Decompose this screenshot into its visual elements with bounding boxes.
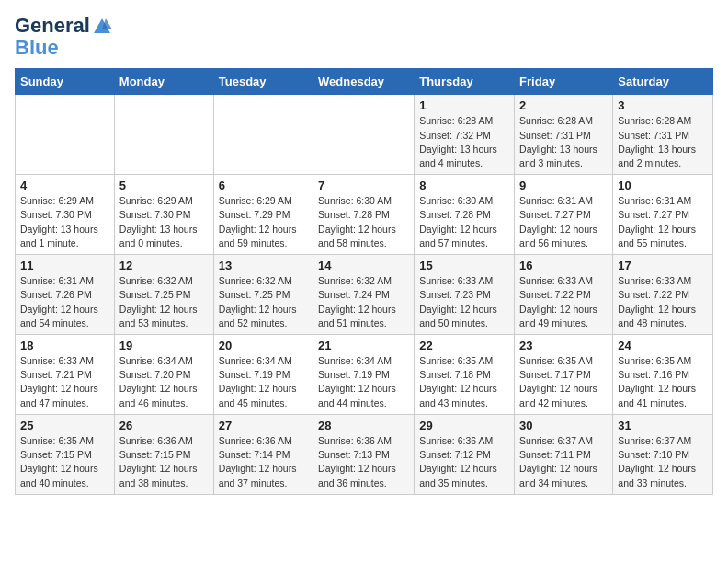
calendar-cell <box>114 95 213 175</box>
day-number: 31 <box>618 419 708 432</box>
calendar-cell: 24Sunrise: 6:35 AM Sunset: 7:16 PM Dayli… <box>613 335 713 415</box>
calendar-cell: 16Sunrise: 6:33 AM Sunset: 7:22 PM Dayli… <box>515 255 613 335</box>
day-number: 1 <box>419 98 509 112</box>
day-info: Sunrise: 6:34 AM Sunset: 7:19 PM Dayligh… <box>219 354 308 410</box>
logo-icon <box>92 17 112 37</box>
day-number: 22 <box>419 339 509 352</box>
calendar-cell: 27Sunrise: 6:36 AM Sunset: 7:14 PM Dayli… <box>213 414 313 494</box>
day-number: 5 <box>119 178 209 192</box>
calendar-cell: 17Sunrise: 6:33 AM Sunset: 7:22 PM Dayli… <box>613 255 713 335</box>
calendar-cell: 2Sunrise: 6:28 AM Sunset: 7:31 PM Daylig… <box>515 95 613 175</box>
calendar-cell: 3Sunrise: 6:28 AM Sunset: 7:31 PM Daylig… <box>613 95 713 175</box>
day-number: 4 <box>20 178 109 192</box>
calendar-cell: 19Sunrise: 6:34 AM Sunset: 7:20 PM Dayli… <box>114 335 213 415</box>
day-info: Sunrise: 6:36 AM Sunset: 7:15 PM Dayligh… <box>119 434 209 490</box>
calendar-cell: 22Sunrise: 6:35 AM Sunset: 7:18 PM Dayli… <box>415 335 515 415</box>
calendar-cell: 14Sunrise: 6:32 AM Sunset: 7:24 PM Dayli… <box>313 255 415 335</box>
calendar-cell: 26Sunrise: 6:36 AM Sunset: 7:15 PM Dayli… <box>114 414 213 494</box>
calendar-cell: 21Sunrise: 6:34 AM Sunset: 7:19 PM Dayli… <box>313 335 415 415</box>
day-info: Sunrise: 6:35 AM Sunset: 7:15 PM Dayligh… <box>20 434 109 490</box>
day-number: 15 <box>419 259 509 272</box>
day-number: 27 <box>219 419 308 432</box>
day-info: Sunrise: 6:37 AM Sunset: 7:11 PM Dayligh… <box>519 434 608 490</box>
day-info: Sunrise: 6:33 AM Sunset: 7:23 PM Dayligh… <box>419 274 509 330</box>
day-info: Sunrise: 6:29 AM Sunset: 7:30 PM Dayligh… <box>20 194 109 250</box>
calendar-cell <box>16 95 115 175</box>
day-number: 13 <box>219 259 308 272</box>
day-number: 25 <box>20 419 109 432</box>
calendar-cell: 13Sunrise: 6:32 AM Sunset: 7:25 PM Dayli… <box>213 255 313 335</box>
calendar-cell <box>313 95 415 175</box>
logo: General Blue <box>15 15 112 59</box>
day-number: 12 <box>119 259 209 272</box>
day-info: Sunrise: 6:32 AM Sunset: 7:24 PM Dayligh… <box>318 274 409 330</box>
day-info: Sunrise: 6:35 AM Sunset: 7:16 PM Dayligh… <box>618 354 708 410</box>
weekday-header-tuesday: Tuesday <box>213 69 313 95</box>
day-info: Sunrise: 6:34 AM Sunset: 7:20 PM Dayligh… <box>119 354 209 410</box>
day-number: 6 <box>219 178 308 192</box>
day-number: 28 <box>318 419 409 432</box>
day-number: 3 <box>618 98 708 112</box>
calendar-cell: 23Sunrise: 6:35 AM Sunset: 7:17 PM Dayli… <box>515 335 613 415</box>
calendar-cell: 6Sunrise: 6:29 AM Sunset: 7:29 PM Daylig… <box>213 175 313 255</box>
day-info: Sunrise: 6:35 AM Sunset: 7:18 PM Dayligh… <box>419 354 509 410</box>
logo-blue: Blue <box>15 37 112 59</box>
calendar-cell: 25Sunrise: 6:35 AM Sunset: 7:15 PM Dayli… <box>16 414 115 494</box>
day-info: Sunrise: 6:29 AM Sunset: 7:30 PM Dayligh… <box>119 194 209 250</box>
week-row-5: 25Sunrise: 6:35 AM Sunset: 7:15 PM Dayli… <box>16 414 713 494</box>
day-info: Sunrise: 6:34 AM Sunset: 7:19 PM Dayligh… <box>318 354 409 410</box>
day-info: Sunrise: 6:30 AM Sunset: 7:28 PM Dayligh… <box>419 194 509 250</box>
week-row-4: 18Sunrise: 6:33 AM Sunset: 7:21 PM Dayli… <box>16 335 713 415</box>
day-number: 17 <box>618 259 708 272</box>
day-info: Sunrise: 6:28 AM Sunset: 7:31 PM Dayligh… <box>519 114 608 170</box>
day-info: Sunrise: 6:36 AM Sunset: 7:12 PM Dayligh… <box>419 434 509 490</box>
day-info: Sunrise: 6:32 AM Sunset: 7:25 PM Dayligh… <box>219 274 308 330</box>
calendar-cell: 5Sunrise: 6:29 AM Sunset: 7:30 PM Daylig… <box>114 175 213 255</box>
weekday-header-thursday: Thursday <box>415 69 515 95</box>
day-number: 24 <box>618 339 708 352</box>
day-info: Sunrise: 6:36 AM Sunset: 7:13 PM Dayligh… <box>318 434 409 490</box>
day-number: 20 <box>219 339 308 352</box>
weekday-header-wednesday: Wednesday <box>313 69 415 95</box>
day-number: 14 <box>318 259 409 272</box>
day-info: Sunrise: 6:28 AM Sunset: 7:32 PM Dayligh… <box>419 114 509 170</box>
day-number: 16 <box>519 259 608 272</box>
calendar-cell <box>213 95 313 175</box>
calendar-cell: 10Sunrise: 6:31 AM Sunset: 7:27 PM Dayli… <box>613 175 713 255</box>
day-info: Sunrise: 6:33 AM Sunset: 7:22 PM Dayligh… <box>618 274 708 330</box>
calendar-cell: 7Sunrise: 6:30 AM Sunset: 7:28 PM Daylig… <box>313 175 415 255</box>
day-info: Sunrise: 6:35 AM Sunset: 7:17 PM Dayligh… <box>519 354 608 410</box>
calendar-cell: 18Sunrise: 6:33 AM Sunset: 7:21 PM Dayli… <box>16 335 115 415</box>
weekday-header-row: SundayMondayTuesdayWednesdayThursdayFrid… <box>16 69 713 95</box>
day-number: 8 <box>419 178 509 192</box>
day-info: Sunrise: 6:31 AM Sunset: 7:27 PM Dayligh… <box>519 194 608 250</box>
day-number: 9 <box>519 178 608 192</box>
calendar-cell: 28Sunrise: 6:36 AM Sunset: 7:13 PM Dayli… <box>313 414 415 494</box>
day-number: 7 <box>318 178 409 192</box>
calendar-cell: 9Sunrise: 6:31 AM Sunset: 7:27 PM Daylig… <box>515 175 613 255</box>
calendar-cell: 30Sunrise: 6:37 AM Sunset: 7:11 PM Dayli… <box>515 414 613 494</box>
day-number: 11 <box>20 259 109 272</box>
day-info: Sunrise: 6:29 AM Sunset: 7:29 PM Dayligh… <box>219 194 308 250</box>
day-info: Sunrise: 6:31 AM Sunset: 7:26 PM Dayligh… <box>20 274 109 330</box>
calendar-table: SundayMondayTuesdayWednesdayThursdayFrid… <box>15 68 713 494</box>
weekday-header-sunday: Sunday <box>16 69 115 95</box>
day-info: Sunrise: 6:36 AM Sunset: 7:14 PM Dayligh… <box>219 434 308 490</box>
day-info: Sunrise: 6:37 AM Sunset: 7:10 PM Dayligh… <box>618 434 708 490</box>
day-info: Sunrise: 6:33 AM Sunset: 7:22 PM Dayligh… <box>519 274 608 330</box>
day-number: 23 <box>519 339 608 352</box>
day-number: 19 <box>119 339 209 352</box>
day-info: Sunrise: 6:28 AM Sunset: 7:31 PM Dayligh… <box>618 114 708 170</box>
week-row-2: 4Sunrise: 6:29 AM Sunset: 7:30 PM Daylig… <box>16 175 713 255</box>
weekday-header-friday: Friday <box>515 69 613 95</box>
calendar-cell: 12Sunrise: 6:32 AM Sunset: 7:25 PM Dayli… <box>114 255 213 335</box>
calendar-cell: 15Sunrise: 6:33 AM Sunset: 7:23 PM Dayli… <box>415 255 515 335</box>
day-info: Sunrise: 6:32 AM Sunset: 7:25 PM Dayligh… <box>119 274 209 330</box>
day-info: Sunrise: 6:30 AM Sunset: 7:28 PM Dayligh… <box>318 194 409 250</box>
calendar-cell: 31Sunrise: 6:37 AM Sunset: 7:10 PM Dayli… <box>613 414 713 494</box>
calendar-cell: 4Sunrise: 6:29 AM Sunset: 7:30 PM Daylig… <box>16 175 115 255</box>
weekday-header-monday: Monday <box>114 69 213 95</box>
day-number: 2 <box>519 98 608 112</box>
calendar-cell: 8Sunrise: 6:30 AM Sunset: 7:28 PM Daylig… <box>415 175 515 255</box>
day-number: 21 <box>318 339 409 352</box>
